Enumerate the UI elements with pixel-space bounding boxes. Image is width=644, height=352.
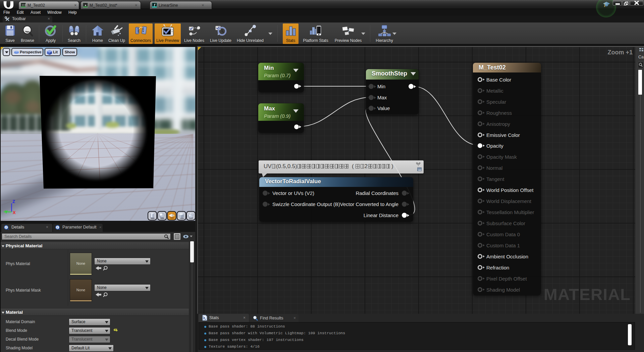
svg-text:Y: Y	[5, 209, 8, 214]
svg-text:Z: Z	[12, 199, 15, 204]
svg-text:X: X	[13, 210, 16, 215]
